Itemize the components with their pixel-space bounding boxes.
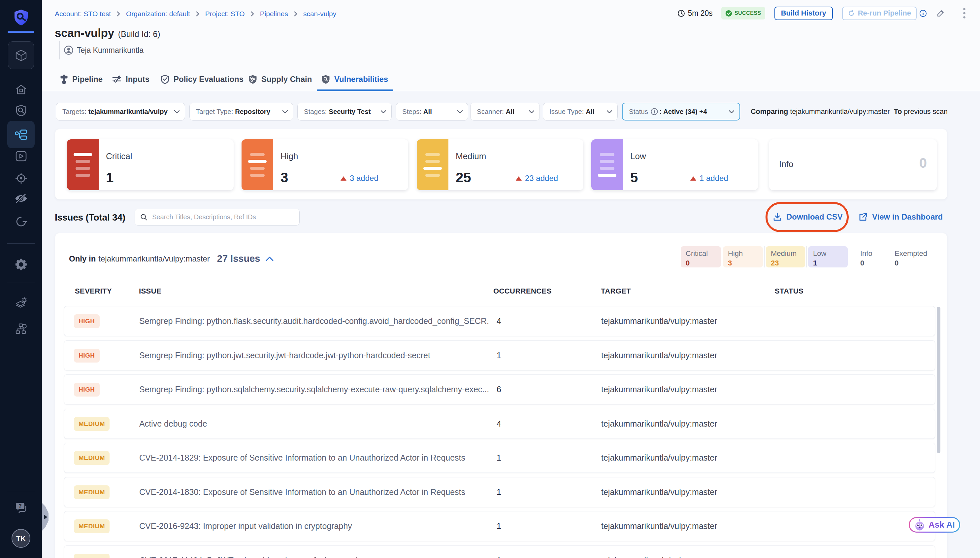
sidebar-item-exemptions[interactable]: [0, 193, 42, 204]
icon-graphic: [457, 110, 463, 113]
severity-badge: HIGH: [74, 383, 100, 397]
chevron-up-icon[interactable]: [265, 256, 274, 261]
icon-graphic: [15, 297, 28, 310]
issue-row[interactable]: MEDIUM Active debug code 4 tejakummariku…: [64, 409, 935, 439]
added-text: 23 added: [525, 174, 558, 183]
sidebar-item-overview[interactable]: [0, 105, 42, 117]
col-occurrences: OCCURRENCES: [493, 287, 552, 295]
comparing-info: Comparing tejakummarikuntla/vulpy:master…: [751, 103, 948, 120]
filter-label: Issue Type:: [550, 108, 586, 116]
triangle-up-icon: [516, 176, 522, 181]
icon-graphic: [15, 172, 28, 185]
issue-row[interactable]: MEDIUM CVE-2014-1830: Exposure of Sensit…: [64, 477, 935, 507]
sidebar-item-pipelines-active[interactable]: [7, 121, 34, 148]
filter-stages[interactable]: Stages: Security Test: [297, 103, 392, 120]
issue-row[interactable]: MEDIUM CVE-2017-11424: PyJWT vulnerable …: [64, 545, 935, 558]
filter-steps[interactable]: Steps: All: [396, 103, 468, 120]
occurrences: 1: [497, 512, 501, 541]
search-input[interactable]: [152, 213, 294, 221]
severity-badge: HIGH: [74, 314, 100, 328]
icon-graphic: [528, 110, 535, 113]
help-chat-icon[interactable]: ?: [0, 502, 42, 514]
sidebar-item-home[interactable]: [0, 84, 42, 95]
tab-pipeline[interactable]: Pipeline: [60, 68, 103, 90]
status-text: SUCCESS: [735, 10, 761, 16]
annotation-highlight: [766, 202, 849, 232]
icon-graphic: [250, 11, 255, 17]
severity-low-icon: [591, 140, 623, 190]
clock-icon: [677, 10, 685, 17]
view-in-dashboard-link[interactable]: View in Dashboard: [859, 212, 943, 222]
issue-row[interactable]: HIGH Semgrep Finding: python.flask.secur…: [64, 306, 935, 336]
avatar-initials: TK: [16, 535, 26, 543]
icon-graphic: [15, 259, 27, 271]
target: tejakummarikuntla/vulpy:master: [601, 307, 717, 336]
breadcrumb-project[interactable]: Project: STO: [205, 10, 245, 18]
breadcrumb: Account: STO test Organization: default …: [55, 10, 336, 18]
filter-label: Status: [629, 108, 648, 116]
sidebar-divider: [7, 491, 35, 491]
chip-label: Medium: [771, 249, 805, 258]
tab-policy-evaluations[interactable]: Policy Evaluations: [161, 68, 244, 90]
card-label: Critical: [106, 151, 132, 161]
page-title: scan-vulpy: [55, 26, 114, 39]
only-in-section[interactable]: Only in tejakummarikuntla/vulpy:master 2…: [69, 253, 274, 264]
severity-bar: [75, 167, 90, 170]
tab-label: Policy Evaluations: [173, 75, 244, 84]
info-icon[interactable]: [919, 10, 927, 17]
filter-issue-type[interactable]: Issue Type: All: [543, 103, 618, 120]
sidebar-item-executions[interactable]: [0, 151, 42, 162]
cube-icon: [15, 49, 28, 62]
rerun-pipeline-button[interactable]: Re-run Pipeline: [842, 7, 917, 20]
sidebar-item-environments[interactable]: [0, 297, 42, 310]
issue-title: CVE-2014-1829: Exposure of Sensitive Inf…: [139, 443, 489, 473]
filter-scanner[interactable]: Scanner: All: [470, 103, 540, 120]
filter-targets[interactable]: Targets: tejakummarikuntla/vulpy: [56, 103, 185, 120]
chip-count: 3: [728, 259, 763, 268]
issue-row[interactable]: MEDIUM CVE-2014-1829: Exposure of Sensit…: [64, 443, 935, 473]
sidebar-item-settings[interactable]: [0, 259, 42, 271]
filter-target-type[interactable]: Target Type: Repository: [190, 103, 293, 120]
filter-label: Stages:: [304, 108, 329, 116]
user-avatar[interactable]: TK: [11, 529, 30, 548]
sidebar-item-targets[interactable]: [0, 172, 42, 185]
issue-title: CVE-2017-11424: PyJWT vulnerable to key …: [139, 546, 489, 558]
breadcrumb-pipelines[interactable]: Pipelines: [260, 10, 288, 18]
edit-pencil-icon[interactable]: [936, 9, 945, 18]
breadcrumb-organization[interactable]: Organization: default: [126, 10, 190, 18]
card-low: Low 5 1 added: [591, 140, 758, 190]
triggered-by: Teja Kummarikuntla: [59, 41, 144, 59]
module-selector[interactable]: [8, 41, 34, 69]
sidebar-item-getting-started[interactable]: [0, 216, 42, 228]
tab-supply-chain[interactable]: Supply Chain: [249, 68, 312, 90]
sidebar-item-org-settings[interactable]: [0, 323, 42, 335]
kebab-menu-icon[interactable]: [963, 7, 966, 19]
tab-inputs[interactable]: Inputs: [112, 68, 149, 90]
list-scrollbar[interactable]: [937, 307, 941, 453]
issue-title: CVE-2016-9243: Improper input validation…: [139, 512, 489, 541]
issue-row[interactable]: MEDIUM CVE-2016-9243: Improper input val…: [64, 511, 935, 541]
icon-graphic: [607, 110, 612, 113]
tab-vulnerabilities[interactable]: Vulnerabilities: [321, 68, 388, 90]
ask-ai-button[interactable]: Ask AI: [909, 517, 960, 533]
chip-separator: [881, 246, 881, 268]
filter-status[interactable]: Status : Active (34) +4: [622, 103, 740, 120]
breadcrumb-account[interactable]: Account: STO test: [55, 10, 111, 18]
issue-title: CVE-2014-1830: Exposure of Sensitive Inf…: [139, 478, 489, 507]
sidebar: ? TK: [0, 0, 42, 558]
sto-logo-icon[interactable]: [0, 9, 42, 26]
col-status: STATUS: [775, 287, 803, 295]
issue-title: Semgrep Finding: python.jwt.security.jwt…: [139, 341, 489, 370]
build-history-button[interactable]: Build History: [774, 7, 833, 20]
added-text: 1 added: [700, 174, 728, 183]
issue-row[interactable]: HIGH Semgrep Finding: python.sqlalchemy.…: [64, 374, 935, 404]
occurrences: 4: [497, 409, 501, 438]
issue-row[interactable]: HIGH Semgrep Finding: python.jwt.securit…: [64, 340, 935, 371]
filter-value: All: [423, 108, 432, 116]
sidebar-expand-handle[interactable]: [42, 503, 49, 531]
pipeline-icon: [60, 75, 68, 84]
breadcrumb-current[interactable]: scan-vulpy: [303, 10, 336, 18]
supply-chain-shield-icon: [249, 75, 257, 84]
icon-graphic: [15, 193, 28, 204]
chip-separator: [849, 246, 849, 268]
